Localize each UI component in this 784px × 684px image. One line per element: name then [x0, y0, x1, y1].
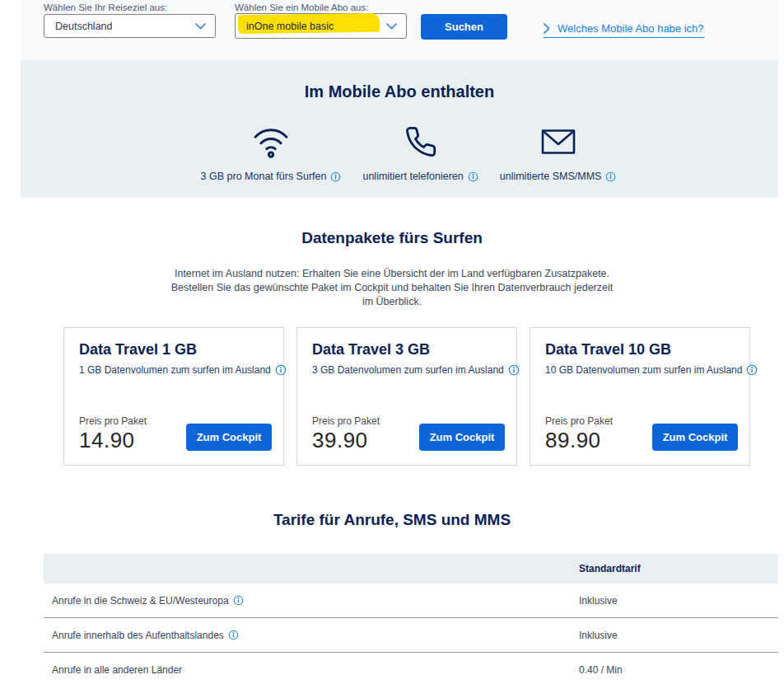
packages-description-line: Bestellen Sie das gewünschte Paket im Co…: [0, 281, 784, 295]
info-icon[interactable]: [605, 171, 616, 182]
table-row: Anrufe in alle anderen Länder 0.40 / Min: [44, 653, 778, 684]
card-subtitle: 3 GB Datenvolumen zum surfen im Ausland: [312, 364, 504, 376]
abo-value: inOne mobile basic: [246, 21, 334, 32]
card-subtitle: 1 GB Datenvolumen zum surfen im Ausland: [79, 364, 271, 376]
included-item-label: unlimitierte SMS/MMS: [500, 171, 602, 182]
included-item: 3 GB pro Monat fürs Surfen: [201, 122, 342, 182]
abo-label: Wählen Sie ein Mobile Abo aus:: [235, 2, 368, 12]
packages-description-line: im Überblick.: [0, 295, 784, 309]
roaming-page: Wählen Sie Ihr Reiseziel aus: Deutschlan…: [0, 0, 784, 684]
included-item: unlimitiert telefonieren: [362, 122, 478, 182]
row-label: Anrufe innerhalb des Aufenthaltslandes: [52, 630, 224, 641]
cockpit-button[interactable]: Zum Cockpit: [652, 424, 738, 451]
envelope-icon: [541, 122, 576, 162]
column-header-standardtarif: Standardtarif: [579, 563, 641, 574]
package-card: Data Travel 3 GB 3 GB Datenvolumen zum s…: [296, 327, 517, 466]
card-subtitle: 10 GB Datenvolumen zum surfen im Ausland: [545, 364, 742, 376]
row-value: Inklusive: [579, 630, 618, 641]
table-row: Anrufe in die Schweiz & EU/Westeuropa In…: [44, 583, 778, 618]
abo-select[interactable]: inOne mobile basic: [235, 13, 407, 39]
info-icon[interactable]: [228, 630, 239, 640]
price-value: 89.90: [545, 428, 613, 453]
price-label: Preis pro Paket: [79, 415, 147, 427]
wifi-icon: [252, 122, 290, 162]
tariff-table: Standardtarif Anrufe in die Schweiz & EU…: [44, 554, 778, 684]
info-icon[interactable]: [330, 171, 341, 182]
table-header: Standardtarif: [44, 554, 778, 583]
chevron-down-icon: [195, 23, 206, 30]
cockpit-button[interactable]: Zum Cockpit: [186, 424, 272, 451]
destination-value: Deutschland: [55, 21, 113, 32]
phone-icon: [404, 122, 437, 162]
row-label: Anrufe in die Schweiz & EU/Westeuropa: [52, 595, 229, 607]
chevron-right-icon: [544, 23, 550, 34]
packages-description: Internet im Ausland nutzen: Erhalten Sie…: [0, 267, 784, 309]
abo-help-link[interactable]: Welches Mobile Abo habe ich?: [544, 22, 704, 38]
table-row: Anrufe innerhalb des Aufenthaltslandes I…: [44, 618, 778, 653]
destination-select[interactable]: Deutschland: [44, 14, 216, 38]
price-value: 14.90: [79, 428, 147, 453]
card-title: Data Travel 1 GB: [79, 341, 268, 358]
package-card: Data Travel 10 GB 10 GB Datenvolumen zum…: [530, 327, 750, 466]
included-item-label: 3 GB pro Monat fürs Surfen: [201, 171, 327, 182]
included-item-label: unlimitiert telefonieren: [362, 171, 463, 182]
package-card: Data Travel 1 GB 1 GB Datenvolumen zum s…: [63, 327, 284, 466]
row-value: Inklusive: [579, 595, 618, 607]
price-value: 39.90: [312, 428, 380, 453]
included-items: 3 GB pro Monat fürs Surfen unlimitiert t…: [21, 122, 778, 182]
included-title: Im Mobile Abo enthalten: [21, 82, 778, 101]
packages-description-line: Internet im Ausland nutzen: Erhalten Sie…: [0, 267, 784, 281]
chevron-down-icon: [386, 23, 397, 30]
destination-label: Wählen Sie Ihr Reiseziel aus:: [44, 2, 167, 12]
card-title: Data Travel 10 GB: [545, 341, 735, 358]
row-label: Anrufe in alle anderen Länder: [52, 664, 182, 676]
tariffs-title: Tarife für Anrufe, SMS und MMS: [0, 511, 784, 529]
info-icon[interactable]: [508, 364, 520, 376]
search-button[interactable]: Suchen: [421, 14, 507, 40]
info-icon[interactable]: [746, 364, 758, 376]
abo-help-link-label: Welches Mobile Abo habe ich?: [558, 22, 704, 35]
packages-title: Datenpakete fürs Surfen: [0, 229, 784, 247]
included-item: unlimitierte SMS/MMS: [500, 122, 617, 182]
info-icon[interactable]: [233, 595, 244, 606]
info-icon[interactable]: [275, 364, 287, 376]
price-label: Preis pro Paket: [312, 415, 380, 427]
package-cards: Data Travel 1 GB 1 GB Datenvolumen zum s…: [63, 327, 750, 466]
row-value: 0.40 / Min: [579, 664, 623, 676]
info-icon[interactable]: [468, 171, 478, 182]
cockpit-button[interactable]: Zum Cockpit: [419, 424, 505, 451]
price-label: Preis pro Paket: [545, 415, 613, 427]
card-title: Data Travel 3 GB: [312, 341, 502, 358]
